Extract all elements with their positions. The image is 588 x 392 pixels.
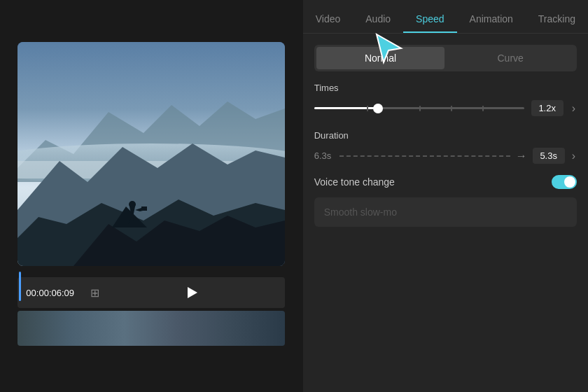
duration-chevron[interactable]: ›: [570, 148, 577, 164]
tab-tracking[interactable]: Tracking: [526, 13, 588, 33]
duration-label: Duration: [314, 130, 577, 141]
smooth-slow-mo-section: Smooth slow-mo: [314, 197, 577, 227]
voice-tone-label: Voice tone change: [314, 176, 395, 188]
duration-to: 5.3s: [533, 148, 565, 164]
right-panel: Video Audio Speed Animation Tracking Nor…: [303, 0, 588, 392]
times-section: Times 1.2x ›: [303, 71, 588, 130]
svg-rect-4: [141, 206, 147, 211]
times-slider-track[interactable]: [314, 107, 524, 109]
voice-tone-toggle[interactable]: [552, 175, 577, 189]
tab-animation[interactable]: Animation: [457, 13, 526, 33]
tab-speed[interactable]: Speed: [403, 13, 456, 33]
duration-row: 6.3s → 5.3s ›: [314, 148, 577, 164]
timeline-strip: [18, 311, 285, 346]
times-chevron[interactable]: ›: [570, 101, 577, 116]
times-value: 1.2x: [531, 100, 564, 116]
duration-section: Duration 6.3s → 5.3s ›: [303, 130, 588, 164]
timeline-indicator: [19, 272, 21, 301]
time-display: 00:00:06:09: [26, 288, 82, 298]
duration-track: [340, 155, 510, 157]
timeline-controls: 00:00:06:09 ⊞: [18, 277, 285, 308]
slow-mo-placeholder: Smooth slow-mo: [324, 206, 397, 218]
times-label: Times: [314, 83, 577, 93]
normal-mode-button[interactable]: Normal: [316, 47, 445, 69]
tabs-container: Video Audio Speed Animation Tracking: [303, 0, 588, 34]
tab-video[interactable]: Video: [303, 13, 354, 33]
svg-point-3: [129, 201, 136, 208]
duration-from: 6.3s: [314, 150, 334, 161]
play-button[interactable]: [183, 283, 202, 302]
tab-audio[interactable]: Audio: [353, 13, 403, 33]
speed-mode-toggle: Normal Curve: [314, 45, 577, 71]
voice-tone-row: Voice tone change: [303, 164, 588, 189]
times-slider-thumb[interactable]: [373, 104, 383, 113]
duration-arrow: →: [516, 150, 527, 162]
times-slider-row: 1.2x ›: [314, 100, 577, 116]
toggle-knob: [564, 176, 575, 188]
curve-mode-button[interactable]: Curve: [446, 47, 575, 69]
grid-icon: ⊞: [90, 286, 99, 300]
video-preview: [18, 42, 285, 266]
